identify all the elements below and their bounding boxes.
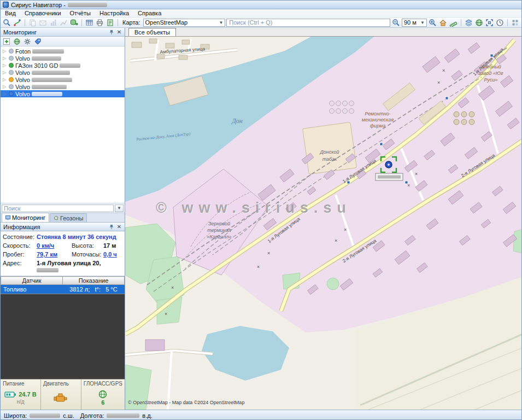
main-toolbar: Карта: OpenStreetMap ▼ 90 м ▼ — [1, 18, 521, 28]
search-options-icon[interactable]: ▼ — [115, 205, 124, 212]
menu-vid[interactable]: Вид — [1, 9, 20, 17]
expander-icon[interactable]: ▷ — [3, 56, 7, 61]
menu-spravochniki[interactable]: Справочники — [20, 9, 66, 17]
value-col-header[interactable]: Показание — [63, 277, 125, 285]
vehicle-row-selected[interactable]: ▷Volvo — [1, 90, 125, 97]
engine-icon — [54, 392, 68, 403]
longitude-suffix: в.д. — [142, 412, 152, 419]
map-canvas[interactable]: ×× ×× ×× ×× ×× Дон Ростов-на-Дону, Азов … — [125, 37, 521, 410]
graph-icon[interactable] — [59, 18, 68, 27]
home-icon[interactable] — [438, 18, 448, 27]
report-icon[interactable] — [105, 18, 115, 27]
database-export-icon[interactable] — [69, 18, 79, 27]
add-object-icon[interactable] — [2, 37, 11, 46]
gauge-engine-title: Двигатель — [43, 381, 79, 387]
altitude-value: 17 м — [103, 242, 122, 249]
vehicle-row[interactable]: ▷Volvo — [1, 83, 125, 90]
zoom-out-icon[interactable] — [391, 18, 401, 27]
map-select-label: Карта: — [122, 19, 140, 26]
chevron-down-icon: ▼ — [420, 20, 425, 25]
menu-spravka[interactable]: Справка — [133, 9, 166, 17]
zoom-scale-select[interactable]: 90 м ▼ — [402, 19, 427, 27]
redacted-text — [32, 78, 72, 82]
expander-icon[interactable]: ▷ — [3, 63, 7, 68]
gear-icon[interactable] — [23, 37, 32, 46]
settings-grid-icon[interactable] — [511, 18, 520, 27]
river-label: Дон — [231, 117, 243, 125]
expander-icon[interactable]: ▷ — [3, 84, 7, 89]
clock-icon[interactable] — [495, 18, 505, 27]
expander-icon[interactable]: ▷ — [3, 91, 7, 96]
vehicle-status-icon — [9, 84, 14, 89]
redacted-text — [32, 49, 64, 54]
vehicle-row[interactable]: ▷Foton — [1, 48, 125, 55]
address-label: Адрес: — [3, 260, 37, 266]
map-attribution: © OpenStreetMap - Map data ©2024 OpenStr… — [128, 400, 244, 405]
mileage-value[interactable]: 79,7 км — [37, 251, 72, 258]
gps-satellites-value: 6 — [101, 399, 104, 406]
toolbar-search-input[interactable] — [226, 19, 390, 27]
printer-icon[interactable] — [95, 18, 104, 27]
vehicle-status-icon — [9, 49, 14, 54]
zoom-in-icon[interactable] — [428, 18, 437, 27]
power-voltage-value: 24.7 В — [19, 391, 36, 398]
close-icon[interactable]: ✕ — [115, 28, 123, 36]
vehicle-search-input[interactable] — [2, 205, 114, 212]
info-panel: Состояние: Стоянка 8 минут 36 секунд Ско… — [1, 231, 125, 276]
show-on-map-icon[interactable] — [13, 37, 21, 46]
monitoring-panel-title: Мониторинг — [2, 29, 108, 36]
layers-icon[interactable] — [464, 18, 473, 27]
expander-icon[interactable]: ▷ — [3, 70, 7, 75]
latitude-label: Широта: — [4, 412, 27, 419]
fit-extent-icon[interactable] — [485, 18, 494, 27]
mail-icon[interactable] — [38, 18, 48, 27]
app-window: Сириус Навигатор - Вид Справочники Отчёт… — [0, 0, 522, 420]
toolbar-separator — [507, 19, 508, 26]
search-tool-icon[interactable] — [2, 18, 11, 27]
map-area[interactable]: Все объекты — [125, 28, 521, 410]
menu-nastroika[interactable]: Настройка — [95, 9, 133, 17]
tab-geozones[interactable]: Геозоны — [50, 213, 87, 222]
tag-icon[interactable] — [33, 37, 42, 46]
toolbar-separator — [81, 19, 82, 26]
globe-icon[interactable] — [474, 18, 484, 27]
route-icon[interactable] — [13, 18, 22, 27]
status-bar: Широта: с.ш. Долгота: в.д. — [1, 410, 521, 420]
menu-otchety[interactable]: Отчёты — [66, 9, 95, 17]
table-icon[interactable] — [85, 18, 94, 27]
speed-value[interactable]: 0 км/ч — [37, 242, 72, 249]
tobacco-label: Донской — [319, 149, 339, 155]
expander-icon[interactable]: ▷ — [3, 77, 7, 82]
zoom-scale-value: 90 м — [404, 19, 417, 26]
map-tab-all-objects[interactable]: Все объекты — [128, 28, 176, 36]
info-panel-header: Информация ✕ — [1, 223, 125, 231]
map-provider-select[interactable]: OpenStreetMap ▼ — [143, 19, 226, 27]
vehicle-row[interactable]: ▷Volvo — [1, 69, 125, 76]
sensor-col-header[interactable]: Датчик — [1, 277, 63, 285]
vehicle-row[interactable]: ▷Volvo — [1, 55, 125, 62]
address-value: 1-я Луговая улица 20, — [37, 260, 122, 273]
vehicle-status-icon — [9, 70, 14, 75]
chart-icon[interactable] — [49, 18, 58, 27]
close-icon[interactable]: ✕ — [115, 223, 123, 230]
ruler-icon[interactable] — [449, 18, 458, 27]
tab-monitoring[interactable]: Мониторинг — [2, 213, 49, 222]
gauge-gps: ГЛОНАСС/GPS 6 — [81, 380, 125, 410]
map-tobacco-factory — [303, 122, 357, 174]
vehicle-name: Volvo — [15, 91, 30, 97]
pin-icon[interactable] — [108, 28, 115, 36]
vehicle-row[interactable]: ▷ГАЗон 3010 GD — [1, 62, 125, 69]
toolbar-separator — [461, 19, 461, 26]
vehicle-row[interactable]: ▷Volvo — [1, 76, 125, 83]
altitude-label: Высота: — [72, 242, 103, 249]
pin-icon[interactable] — [108, 223, 115, 230]
bread-factory-label: Хлебный — [480, 64, 501, 69]
svg-text:×: × — [335, 238, 337, 243]
grain-terminal-label: Зерновой — [208, 221, 230, 226]
svg-text:×: × — [344, 227, 347, 232]
hours-value[interactable]: 0,0 ч — [103, 251, 122, 258]
monitor-icon — [5, 215, 10, 220]
copy-icon[interactable] — [28, 18, 37, 27]
sensor-row-selected[interactable]: Топливо 3812 л; t°: 5 °C — [1, 285, 125, 294]
expander-icon[interactable]: ▷ — [3, 49, 7, 54]
